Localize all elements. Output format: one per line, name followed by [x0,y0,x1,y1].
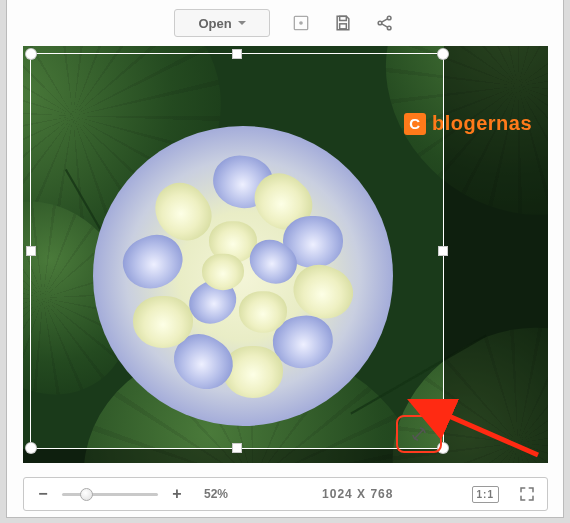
crop-handle-tl[interactable] [25,48,37,60]
save-icon[interactable] [332,12,354,34]
zoom-control: − + [34,485,186,503]
crop-handle-bl[interactable] [25,442,37,454]
svg-rect-2 [340,16,347,20]
top-toolbar: Open [7,0,563,46]
free-resize-button[interactable] [396,415,442,453]
crop-shade-right [444,46,548,463]
crop-handle-l[interactable] [26,246,36,256]
svg-rect-3 [340,24,347,29]
crop-handle-t[interactable] [232,49,242,59]
svg-point-6 [387,26,391,30]
watermark-text: blogernas [432,112,532,135]
zoom-percent: 52% [204,487,244,501]
fullscreen-icon[interactable] [517,484,537,504]
capture-icon[interactable] [290,12,312,34]
share-icon[interactable] [374,12,396,34]
open-button[interactable]: Open [174,9,270,37]
zoom-in-button[interactable]: + [168,485,186,503]
actual-size-button[interactable]: 1:1 [472,486,499,503]
zoom-out-button[interactable]: − [34,485,52,503]
svg-point-5 [387,16,391,20]
editor-window: Open [6,0,564,518]
image-canvas[interactable]: C blogernas [23,46,548,463]
image-dimensions: 1024 X 768 [256,487,460,501]
crop-handle-tr[interactable] [437,48,449,60]
svg-point-1 [299,21,303,25]
zoom-slider-thumb[interactable] [80,488,93,501]
open-button-label: Open [198,16,231,31]
zoom-slider[interactable] [62,493,158,496]
crop-frame[interactable] [30,53,444,449]
svg-point-4 [378,21,382,25]
crop-handle-r[interactable] [438,246,448,256]
crop-handle-b[interactable] [232,443,242,453]
status-bar: − + 52% 1024 X 768 1:1 [23,477,548,511]
